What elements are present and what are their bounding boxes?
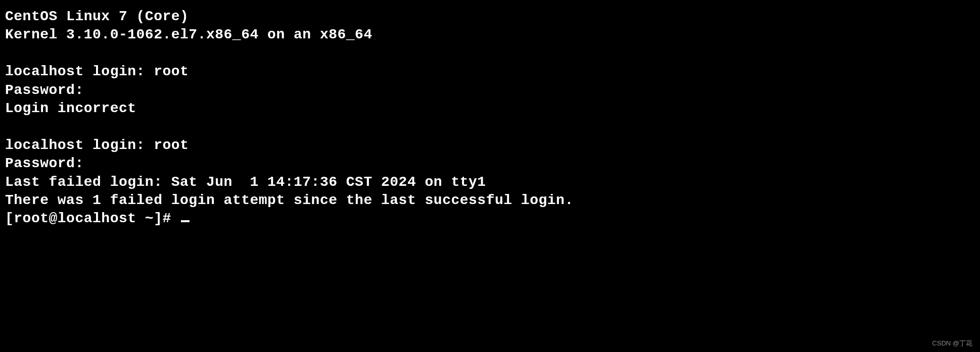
shell-prompt-line[interactable]: [root@localhost ~]# xyxy=(5,210,975,228)
blank-line xyxy=(5,118,975,136)
last-failed-login-line: Last failed login: Sat Jun 1 14:17:36 CS… xyxy=(5,173,975,191)
terminal-output: CentOS Linux 7 (Core) Kernel 3.10.0-1062… xyxy=(5,8,975,228)
cursor-icon xyxy=(181,220,190,222)
login-prompt-line: localhost login: root xyxy=(5,136,975,155)
blank-line xyxy=(5,44,975,63)
watermark: CSDN @丁花 xyxy=(932,339,972,348)
password-prompt-line: Password: xyxy=(5,155,975,173)
shell-prompt: [root@localhost ~]# xyxy=(5,211,180,226)
password-prompt-line: Password: xyxy=(5,81,975,99)
kernel-line: Kernel 3.10.0-1062.el7.x86_64 on an x86_… xyxy=(5,26,975,44)
os-banner-line: CentOS Linux 7 (Core) xyxy=(5,8,975,26)
login-prompt-line: localhost login: root xyxy=(5,63,975,81)
login-incorrect-line: Login incorrect xyxy=(5,99,975,118)
failed-attempt-line: There was 1 failed login attempt since t… xyxy=(5,191,975,210)
